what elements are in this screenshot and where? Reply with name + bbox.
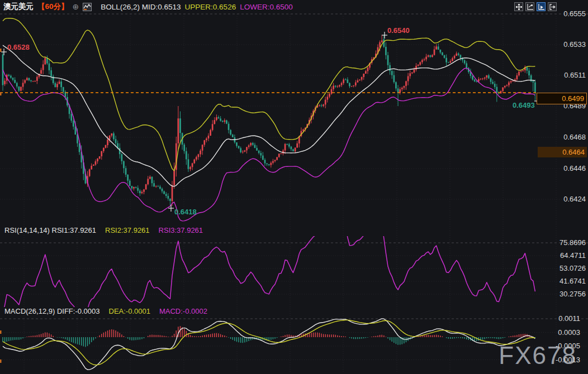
rsi1-value: RSI(14,14,14) RSI1:37.9261 [4,226,96,234]
trading-chart-app: 澳元美元 【60分】 ⊕ BOLL(26,2) MID:0.6513 UPPER… [0,0,588,374]
axis-tick-label: 53.0726 [535,264,586,272]
axis-tick-label: 0.6468 [535,133,586,141]
axis-tick-label: 0.6533 [535,40,586,49]
auto-scale-button[interactable] [537,2,546,11]
axis-tick-label: 0.0003 [530,328,580,337]
macd-dea-value: DEA:-0.0001 [109,307,150,315]
last-low-annotation: 0.6493 [513,101,535,109]
chart-canvas[interactable] [0,0,588,374]
axis-tick-label: -0.0013 [530,356,580,364]
chart-toolbar [514,2,557,11]
current-price-badge: 0.6499 [537,93,587,104]
axis-tick-label: 0.6446 [535,164,586,172]
axis-tick-label: 0.0011 [530,314,580,323]
chart-header: 澳元美元 【60分】 ⊕ BOLL(26,2) MID:0.6513 UPPER… [3,2,293,12]
rsi2-value: RSI2:37.9261 [105,226,150,234]
axis-tick-label: 0.6511 [535,71,586,79]
pan-tool-button[interactable] [514,2,523,11]
axis-tick-label: 0.6424 [535,195,586,203]
macd-header: MACD(26,12,9) DIFF:-0.0003 DEA:-0.0001 M… [4,307,207,315]
timeframe-label[interactable]: 【60分】 [37,2,69,12]
axis-tick-label: 64.4711 [535,251,586,260]
chart-type-icon[interactable] [83,3,92,11]
macd-bar-value: MACD:-0.0002 [159,307,207,315]
boll-lower-value: LOWER:0.6500 [240,3,293,11]
boll-upper-value: UPPER:0.6526 [185,3,236,11]
symbol-name: 澳元美元 [3,2,34,12]
axis-tick-label: 30.2756 [535,290,586,298]
session-low-annotation: 0.6418 [174,208,197,216]
boll-mid-value: BOLL(26,2) MID:0.6513 [101,3,181,11]
axis-zoom-button[interactable] [525,2,534,11]
exit-scale-button[interactable] [548,2,557,11]
axis-tick-label: 75.8696 [535,238,586,247]
session-high-annotation: 0.6540 [387,26,410,35]
add-indicator-icon[interactable]: ⊕ [73,3,79,11]
alert-price-badge: 0.6464 [538,147,587,157]
macd-diff-value: MACD(26,12,9) DIFF:-0.0003 [4,307,100,315]
open-high-annotation: 0.6528 [7,43,30,51]
axis-tick-label: -0.0005 [530,342,580,350]
rsi3-value: RSI3:37.9261 [159,226,203,234]
rsi-header: RSI(14,14,14) RSI1:37.9261 RSI2:37.9261 … [4,226,203,234]
axis-tick-label: 41.6741 [535,277,586,285]
